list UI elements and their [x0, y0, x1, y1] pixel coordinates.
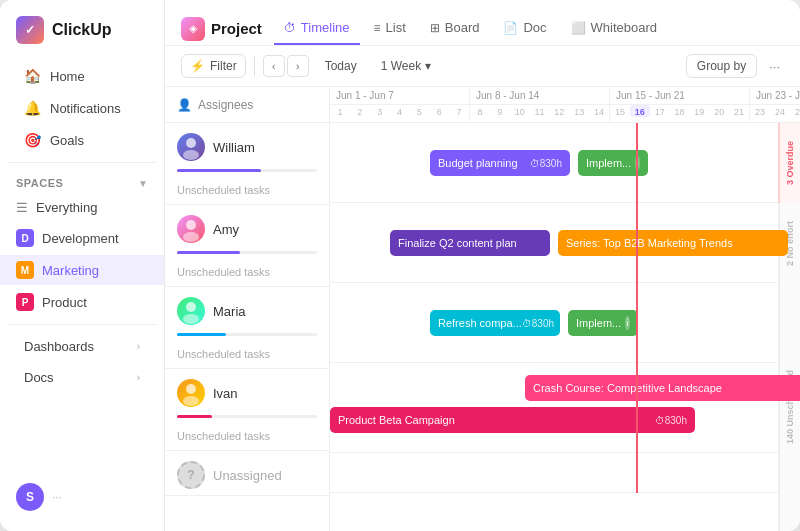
board-icon: ⊞: [430, 21, 440, 35]
tab-timeline[interactable]: ⏱ Timeline: [274, 12, 360, 45]
chevron-right-icon: ›: [137, 341, 140, 352]
date-cell: 13: [569, 105, 589, 117]
more-options-button[interactable]: ···: [765, 55, 784, 78]
sidebar-item-marketing[interactable]: M Marketing: [0, 255, 164, 285]
task-bar-finalize[interactable]: Finalize Q2 content plan: [390, 230, 550, 256]
toolbar: ⚡ Filter ‹ › Today 1 Week ▾ Group by ···: [165, 46, 800, 87]
today-button[interactable]: Today: [317, 55, 365, 77]
sidebar-item-everything[interactable]: ☰ Everything: [0, 194, 164, 221]
date-group-label-4: Jun 23 - Jun...: [750, 87, 800, 105]
sidebar-divider-2: [8, 324, 156, 325]
task-bar-crash[interactable]: Crash Course: Competitive Landscape: [525, 375, 800, 401]
sidebar-item-docs[interactable]: Docs ›: [8, 363, 156, 392]
date-cell: 3: [370, 105, 390, 117]
task-label: Implem...: [576, 317, 621, 329]
assignee-info: William: [165, 123, 329, 167]
task-label: Refresh compa...: [438, 317, 522, 329]
assignee-name-amy: Amy: [213, 222, 239, 237]
task-label: Crash Course: Competitive Landscape: [533, 382, 722, 394]
date-cell: 14: [589, 105, 609, 117]
sidebar-item-label: Home: [50, 69, 85, 84]
task-label: Budget planning: [438, 157, 518, 169]
sidebar-item-label: Marketing: [42, 263, 99, 278]
assignees-header: 👤 Assignees: [165, 87, 329, 123]
task-label: Series: Top B2B Marketing Trends: [566, 237, 733, 249]
week-selector[interactable]: 1 Week ▾: [373, 55, 439, 77]
date-cell: 9: [490, 105, 510, 117]
prev-arrow-button[interactable]: ‹: [263, 55, 285, 77]
toolbar-divider: [254, 56, 255, 76]
sidebar-item-label: Product: [42, 295, 87, 310]
overdue-label: 3 Overdue: [778, 123, 800, 203]
task-bar-budget[interactable]: Budget planning ⏱830h: [430, 150, 570, 176]
unscheduled-text: Unscheduled tasks: [165, 262, 329, 286]
date-cell: 17: [650, 105, 670, 117]
progress-bar-ivan: [177, 415, 317, 418]
header: ◈ Project ⏱ Timeline ≡ List ⊞ Board 📄 Do…: [165, 0, 800, 46]
date-cell: 5: [409, 105, 429, 117]
date-cell: 4: [390, 105, 410, 117]
date-cell: 8: [470, 105, 490, 117]
assignees-icon: 👤: [177, 98, 192, 112]
sidebar-item-notifications[interactable]: 🔔 Notifications: [8, 93, 156, 123]
logo: ✓ ClickUp: [0, 12, 164, 60]
user-more-icon: ···: [52, 490, 62, 504]
sidebar-item-label: Goals: [50, 133, 84, 148]
gantt-rows-container: Budget planning ⏱830h Implem... i Finali…: [330, 123, 800, 493]
date-cell: 10: [510, 105, 530, 117]
task-duration: ⏱830h: [530, 158, 562, 169]
tab-doc[interactable]: 📄 Doc: [493, 12, 556, 45]
timeline-area: 👤 Assignees William Unscheduled tasks: [165, 87, 800, 531]
date-cell: 12: [549, 105, 569, 117]
task-bar-series[interactable]: Series: Top B2B Marketing Trends: [558, 230, 788, 256]
date-cell: 18: [670, 105, 690, 117]
tab-label: Timeline: [301, 20, 350, 35]
group-by-button[interactable]: Group by: [686, 54, 757, 78]
assignee-info: Maria: [165, 287, 329, 331]
doc-icon: 📄: [503, 21, 518, 35]
filter-button[interactable]: ⚡ Filter: [181, 54, 246, 78]
unscheduled-text: Unscheduled tasks: [165, 344, 329, 368]
sidebar-bottom: S ···: [0, 475, 164, 519]
user-avatar[interactable]: S: [16, 483, 44, 511]
svg-point-6: [186, 384, 196, 394]
sidebar-item-goals[interactable]: 🎯 Goals: [8, 125, 156, 155]
task-bar-implem1[interactable]: Implem... i: [578, 150, 648, 176]
tab-list[interactable]: ≡ List: [364, 12, 416, 45]
sidebar-item-product[interactable]: P Product: [0, 287, 164, 317]
task-label: Product Beta Campaign: [338, 414, 455, 426]
task-bar-implem2[interactable]: Implem... i: [568, 310, 638, 336]
gantt-row-william: Budget planning ⏱830h Implem... i: [330, 123, 800, 203]
chevron-icon: ▼: [138, 178, 148, 189]
svg-point-3: [183, 232, 199, 242]
sidebar: ✓ ClickUp 🏠 Home 🔔 Notifications 🎯 Goals…: [0, 0, 165, 531]
unscheduled-text: Unscheduled tasks: [165, 180, 329, 204]
svg-point-2: [186, 220, 196, 230]
svg-point-1: [183, 150, 199, 160]
right-side-labels: 3 Overdue 2 No effort 140 Unscheduled: [778, 123, 800, 531]
filter-label: Filter: [210, 59, 237, 73]
date-cell: 1: [330, 105, 350, 117]
svg-point-5: [183, 314, 199, 324]
task-bar-refresh[interactable]: Refresh compa... ⏱830h: [430, 310, 560, 336]
tab-board[interactable]: ⊞ Board: [420, 12, 490, 45]
sidebar-item-home[interactable]: 🏠 Home: [8, 61, 156, 91]
task-badge: i: [625, 316, 630, 330]
svg-point-4: [186, 302, 196, 312]
task-bar-product-beta[interactable]: Product Beta Campaign ⏱830h: [330, 407, 695, 433]
avatar-amy: [177, 215, 205, 243]
sidebar-item-development[interactable]: D Development: [0, 223, 164, 253]
logo-text: ClickUp: [52, 21, 112, 39]
progress-bar-william: [177, 169, 317, 172]
assignee-name-william: William: [213, 140, 255, 155]
tab-label: Board: [445, 20, 480, 35]
product-badge: P: [16, 293, 34, 311]
date-group-label-3: Jun 15 - Jun 21: [610, 87, 749, 105]
unscheduled-label: 140 Unscheduled: [778, 283, 800, 531]
sidebar-item-dashboards[interactable]: Dashboards ›: [8, 332, 156, 361]
tab-whiteboard[interactable]: ⬜ Whiteboard: [561, 12, 667, 45]
date-cell-today: 16: [630, 105, 650, 117]
next-arrow-button[interactable]: ›: [287, 55, 309, 77]
everything-icon: ☰: [16, 200, 28, 215]
avatar-ivan: [177, 379, 205, 407]
